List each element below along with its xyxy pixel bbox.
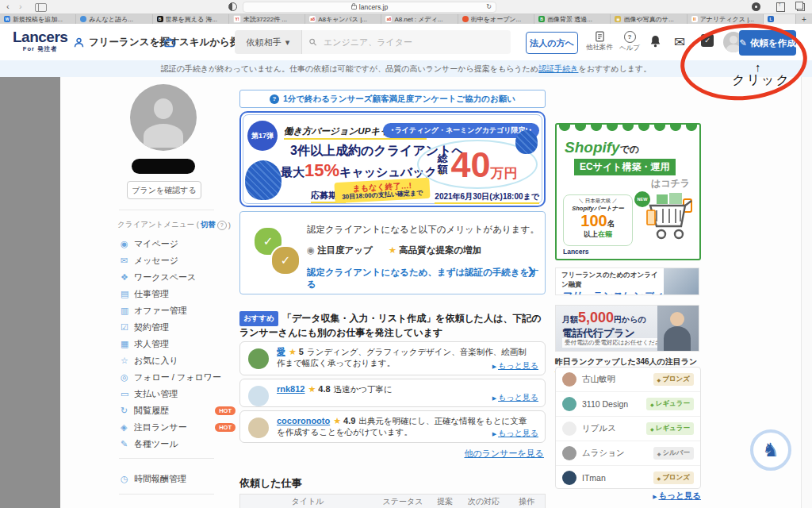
favicon-photo-site <box>615 16 621 22</box>
sidebar-item-workspace[interactable]: ❖ワークスペース <box>121 269 236 286</box>
client-menu: ◉マイページ ✉メッセージ ❖ワークスペース ▤仕事管理 ▥オファー管理 ☑契約… <box>121 236 236 452</box>
verification-link[interactable]: 認証手続き <box>538 64 578 75</box>
ranking-card: 古山敏明◆ブロンズ 3110 Design◆レギュラー リプルス◆レギュラー ム… <box>555 367 701 489</box>
profile-avatar[interactable] <box>130 84 197 151</box>
search-input[interactable] <box>322 37 504 48</box>
see-more-link[interactable]: ▶もっと見る <box>492 360 538 371</box>
search-category-select[interactable]: 依頼相手 ▾ <box>235 30 302 54</box>
browser-tab[interactable]: 世界を買える 海... <box>153 14 229 24</box>
certification-link[interactable]: 認定クライアントになるため、まずは認証の手続きをする <box>307 267 545 291</box>
create-request-button[interactable]: ✎ 依頼を作成 <box>739 30 796 56</box>
browser-tab[interactable]: みんなと語ろ... <box>76 14 152 24</box>
rank-badge: ◆ブロンズ <box>653 471 694 484</box>
browser-tab[interactable]: 新規投稿を追加... <box>0 14 76 24</box>
verification-notice: 認証の手続きが終わっていません。仕事の依頼は可能ですが、品質の高いランサーから提… <box>0 60 812 77</box>
forward-icon[interactable]: › <box>19 1 22 12</box>
lancer-card[interactable]: rnk812★ 4.8迅速かつ丁寧に ▶もっと見る <box>239 379 546 407</box>
lancer-name-link[interactable]: cocoronooto <box>277 416 330 425</box>
campaign-round-badge: 第17弾 <box>247 121 278 151</box>
back-icon[interactable]: ‹ <box>6 1 10 12</box>
privacy-shield-icon[interactable] <box>228 2 237 11</box>
help-menu[interactable]: ? ヘルプ <box>615 31 644 53</box>
campaign-banner[interactable]: 第17弾 働き方バージョンUPキャンペーン ライティング・ネーミングカテゴリ限定… <box>239 111 546 207</box>
sidebar-item-payment[interactable]: ▭支払い管理 <box>121 386 236 402</box>
site-header: Lancers For 発注者 フリーランスを探す スキルから探す 依頼相手 ▾… <box>0 24 812 61</box>
scrollbar-track[interactable] <box>801 77 812 508</box>
sidebar-item-job-management[interactable]: ▤仕事管理 <box>121 286 236 302</box>
star-icon: ★ <box>389 245 396 255</box>
avatar-body <box>144 124 183 148</box>
ranking-row[interactable]: ムラション◆シルバー <box>556 441 700 466</box>
lancers-logo: Lancers <box>563 248 589 256</box>
star-icon: ★ <box>308 384 316 394</box>
favicon-analytics <box>691 16 698 22</box>
lancer-card[interactable]: cocoronooto★ 4.9出典元を明確にし、正確な情報をもとに文章を作成す… <box>239 410 546 443</box>
browser-tab-active[interactable] <box>764 14 796 24</box>
amount-unit: 万円 <box>491 164 518 183</box>
shield-icon: ◆ <box>657 475 661 481</box>
sidebar-toggle-icon[interactable] <box>35 3 47 12</box>
chevron-right-icon[interactable]: ❯ <box>527 265 535 277</box>
person-icon <box>73 37 85 48</box>
menu-switch-link[interactable]: 切替 <box>201 220 216 230</box>
chat-widget-button[interactable]: ♞ <box>750 429 791 471</box>
sidebar-item-offer-management[interactable]: ▥オファー管理 <box>121 302 236 319</box>
browser-tab[interactable]: A8.net : メディ... <box>381 14 458 24</box>
extension-icon[interactable] <box>752 2 760 11</box>
other-lancers-link[interactable]: 他のランサーを見る <box>464 448 544 460</box>
browser-tab[interactable]: アナリティクス |... <box>688 14 764 24</box>
share-icon[interactable] <box>776 2 785 12</box>
browser-tab[interactable]: 画像背景 透過... <box>534 14 611 24</box>
browser-tab[interactable]: 画像や写真のサ... <box>611 14 687 24</box>
reload-icon[interactable]: ↻ <box>486 3 492 10</box>
sidebar-item-time-report[interactable]: ◷時間報酬管理 <box>121 471 186 487</box>
other-company-projects[interactable]: 他社案件 <box>585 31 614 52</box>
survey-banner[interactable]: ? 1分で終わるランサーズ顧客満足度アンケートご協力のお願い <box>239 90 546 108</box>
sidebar-item-tools[interactable]: ✎各種ツール <box>121 436 236 452</box>
check-plan-button[interactable]: プランを確認する <box>127 181 201 199</box>
sidebar-item-contract-management[interactable]: ☑契約管理 <box>121 319 236 336</box>
shopify-ad[interactable]: Shopifyでの ECサイト構築・運用 はコチラ 日本最大級 Shopifyパ… <box>555 123 701 260</box>
corporate-button[interactable]: 法人の方へ <box>526 32 578 54</box>
sidebar-item-follow[interactable]: ◎フォロー / フォロワー <box>121 369 236 386</box>
sidebar-item-recruit-management[interactable]: ▦求人管理 <box>121 336 236 352</box>
browser-tab[interactable]: 未読37222件 ... <box>229 14 305 24</box>
ranking-row[interactable]: リプルス◆レギュラー <box>556 417 700 441</box>
tasks-icon[interactable]: ✓ <box>701 34 714 47</box>
sidebar-item-history[interactable]: ↻閲覧履歴HOT <box>121 402 236 419</box>
shield-icon: ◆ <box>650 402 654 407</box>
arrow-right-icon: ▶ <box>653 494 657 500</box>
tab-overview-icon[interactable] <box>797 3 805 11</box>
screen: ‹ › lancers.jp ↻ 新規投稿を追加... みんなと語ろ... 世界… <box>0 0 812 508</box>
favicon-lancers <box>768 16 774 22</box>
offer-icon: ▥ <box>121 306 134 316</box>
new-tab-button[interactable]: + <box>796 14 812 24</box>
history-icon: ↻ <box>121 406 134 416</box>
lancer-avatar <box>562 397 576 411</box>
sidebar-item-messages[interactable]: ✉メッセージ <box>121 252 236 269</box>
mail-icon[interactable]: ✉ <box>674 34 685 51</box>
see-more-link[interactable]: ▶もっと見る <box>492 392 538 403</box>
lock-icon <box>351 5 357 10</box>
browser-tab[interactable]: 街中をオープン... <box>458 14 534 24</box>
lancers-logo[interactable]: Lancers For 発注者 <box>13 29 67 53</box>
ranking-row[interactable]: ITman◆ブロンズ <box>556 466 700 490</box>
bell-icon[interactable] <box>649 34 662 48</box>
phone-service-ad[interactable]: 月額5,000円からの 電話代行プラン 受付電話の受電対応はお任せください <box>555 305 699 352</box>
help-icon[interactable]: ? <box>217 221 227 230</box>
lending-ad[interactable]: フリーランスのためのオンライン融資 フリーランスレンディング <box>555 267 699 295</box>
ranking-more-link[interactable]: ▶もっと見る <box>653 491 701 502</box>
ranking-row[interactable]: 古山敏明◆ブロンズ <box>556 368 700 392</box>
lancer-name-link[interactable]: rnk812 <box>277 384 304 394</box>
see-more-link[interactable]: ▶もっと見る <box>492 428 538 439</box>
rank-badge: ◆ブロンズ <box>653 373 694 386</box>
sidebar-item-favorites[interactable]: ☆お気に入り <box>121 352 236 369</box>
lancer-name-link[interactable]: 愛 <box>277 347 285 356</box>
ranking-row[interactable]: 3110 Design◆レギュラー <box>556 392 700 417</box>
url-bar[interactable]: lancers.jp ↻ <box>243 2 496 13</box>
sidebar-item-featured-lancers[interactable]: ◈注目ランサーHOT <box>121 419 236 436</box>
browser-tab[interactable]: A8キャンパス |... <box>305 14 381 24</box>
sidebar-item-mypage[interactable]: ◉マイページ <box>121 236 236 252</box>
right-column: Shopifyでの ECサイト構築・運用 はコチラ 日本最大級 Shopifyパ… <box>555 77 701 508</box>
lancer-card[interactable]: 愛★ 5ランディング、グラフィックデザイン、音楽制作、絵画制作まで幅広く承ってお… <box>239 341 546 375</box>
